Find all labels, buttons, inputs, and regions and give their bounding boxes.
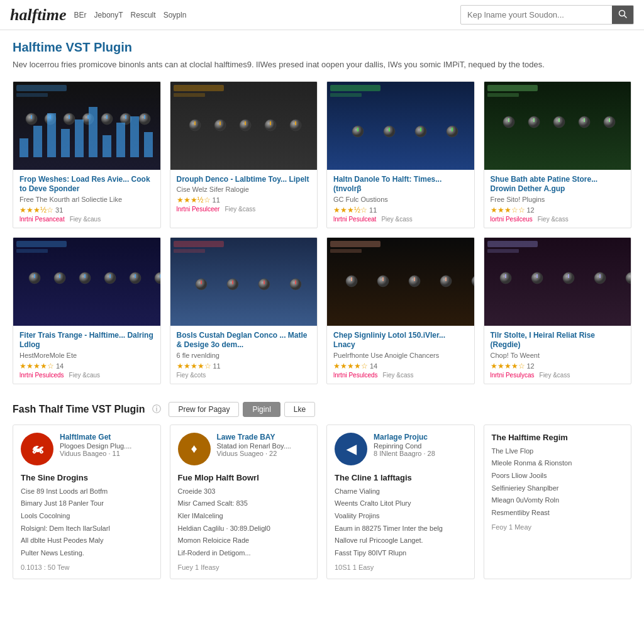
svg-point-101 — [472, 275, 474, 287]
card-line: Charne Vialing — [335, 486, 467, 497]
plugin-thumbnail — [170, 238, 318, 326]
plugin-author: Puelrfhonte Use Anoigle Chancers — [333, 352, 468, 359]
plugin-card[interactable]: Drouph Denco - Lalbtime Toy... Lipelt Ci… — [170, 81, 318, 228]
card-line: Pulter News Lesting. — [21, 548, 153, 559]
search-icon — [618, 9, 627, 18]
brand-stats: Viduus Baageo · 11 — [60, 450, 153, 457]
plugin-meta: lnrtni Pesulceds Fiey &cass — [333, 372, 468, 379]
hero-section: Halftime VST Plugin Nev locerrou fries p… — [13, 40, 631, 71]
card-line: Kler IMalceling — [178, 511, 310, 522]
card-line: Nallove rul Pricoogle Langet. — [335, 535, 467, 547]
brand-stats: Viduus Suageo · 22 — [217, 450, 310, 457]
plugin-title: Bosls Custah Deglan Conco ... Matle & De… — [177, 331, 311, 350]
info-icon: ⓘ — [152, 404, 161, 415]
brand-name: Marlage Projuc — [374, 433, 467, 443]
plugin-card[interactable]: Bosls Custah Deglan Conco ... Matle & De… — [170, 237, 318, 384]
plugin-card[interactable]: Haltn Danole To Halft: Times... (tnvolrβ… — [326, 81, 475, 228]
plugin-stars: ★★★★☆ 14 — [19, 362, 154, 370]
plugin-card[interactable]: Frop Weshes: Load Res Avie... Cook to De… — [13, 81, 161, 228]
plugin-info: Fiter Trais Trange - Halftime... Dalring… — [13, 326, 160, 384]
plugin-stars: ★★★½☆ 11 — [333, 206, 468, 214]
logo[interactable]: halftime — [10, 6, 67, 25]
svg-rect-104 — [330, 249, 362, 253]
plugin-meta: lnrtni Pesulycas Fiey &cass — [491, 372, 625, 379]
plugin-meta-secondary: Fiey &cass — [540, 372, 570, 379]
card-line: Bimary Just 18 Panler Tour — [21, 498, 153, 509]
card-line: Heldian Caglilu · 30:89.Deligl0 — [178, 523, 310, 535]
plugin-author: 6 fle rvenlding — [177, 352, 311, 359]
star-count: 11 — [369, 206, 377, 214]
main-content: Halftime VST Plugin Nev locerrou fries p… — [0, 30, 644, 589]
plugin-card[interactable]: Shue Bath abte Patine Store... Drowin De… — [484, 81, 632, 228]
plugin-card[interactable]: Fiter Trais Trange - Halftime... Dalring… — [13, 237, 161, 384]
card-line: Poors Lliow Jooils — [492, 470, 624, 482]
search-input[interactable] — [461, 7, 612, 23]
nav-link-1[interactable]: BEr — [74, 11, 87, 19]
svg-rect-28 — [16, 93, 48, 97]
plugin-title: Chep Signliniy Lotol 150.iVler... Lnacy — [333, 331, 468, 350]
card-body: Cise 89 Inst Loods arl BotfmBimary Just … — [21, 486, 153, 559]
plugin-author: HestMoreMole Ete — [19, 352, 154, 359]
plugin-meta: lnrtni Pesulceat Piey &cass — [333, 216, 468, 223]
svg-rect-103 — [330, 241, 380, 247]
card-footer: 0.1013 : 50 Tew — [21, 564, 153, 571]
svg-rect-25 — [130, 116, 139, 157]
svg-rect-117 — [487, 249, 519, 253]
plugin-author: Chop! To Weent — [491, 352, 625, 359]
plugin-thumbnail — [13, 82, 160, 170]
plugin-meta-primary: lnrtni Pesulycas — [491, 372, 535, 379]
svg-rect-19 — [47, 113, 56, 157]
star-count: 11 — [213, 362, 221, 370]
plugin-info: Drouph Denco - Lalbtime Toy... Lipelt Ci… — [170, 170, 318, 218]
card-line: Fasst Tipy 80IVT Rlupn — [335, 548, 467, 559]
plugin-author: Free Sito! Plugins — [491, 196, 625, 203]
brand-stats: 8 INlent Baagro · 28 — [374, 450, 467, 457]
plugin-meta-primary: lnrtni Pesulceds — [19, 372, 64, 379]
section-tab-0[interactable]: Prew for Pagay — [169, 402, 239, 417]
plugin-meta-secondary: Fiey &cass — [383, 372, 414, 379]
svg-rect-90 — [174, 241, 224, 247]
bottom-card-header: ♦ Lawe Trade BAY Statad ion Renarl Boy..… — [178, 433, 310, 465]
plugin-meta-primary: lnrtni Pesulceer — [177, 206, 220, 213]
card-line: Misr Camed Scalt: 835 — [178, 498, 310, 509]
plugin-meta: lnrtni Pesulceer Fiey &cass — [177, 206, 311, 213]
card-line: Lools Cocolning — [21, 511, 153, 522]
plugin-card[interactable]: Tilr Stolte, I Heiral Reliat Rise (Regdi… — [484, 237, 632, 384]
plugin-meta-secondary: Fiey &cass — [538, 216, 569, 223]
svg-rect-27 — [16, 85, 67, 91]
plugin-stars: ★★★☆☆ 12 — [491, 206, 625, 214]
plugin-stars: ★★★★☆ 14 — [333, 362, 468, 370]
search-button[interactable] — [612, 6, 633, 24]
card-line: Resmentliby Reast — [492, 508, 624, 519]
plugin-stars: ★★★★☆ 12 — [491, 362, 625, 370]
bottom-card-3: The Halftime Regim The Llve FlopMleole R… — [484, 425, 632, 580]
card-line: Voaliity Projins — [335, 511, 467, 522]
plugin-author: Cise Welz Sifer Ralogie — [177, 186, 311, 193]
plugin-meta-secondary: Piey &cass — [381, 216, 412, 223]
card-line: Cise 89 Inst Loods arl Botfm — [21, 486, 153, 497]
plugin-info: Bosls Custah Deglan Conco ... Matle & De… — [170, 326, 318, 384]
nav-link-4[interactable]: Soypln — [164, 11, 187, 19]
brand-subtitle: Statad ion Renarl Boy.... — [217, 442, 310, 450]
plugin-card[interactable]: Chep Signliniy Lotol 150.iVler... Lnacy … — [326, 237, 475, 384]
card-line: The Llve Flop — [492, 446, 624, 457]
plugin-meta-secondary: Fiey &cots — [177, 372, 206, 379]
plugin-info: Tilr Stolte, I Heiral Reliat Rise (Regdi… — [484, 326, 631, 384]
svg-rect-64 — [487, 85, 538, 91]
plugin-meta-primary: lortni Pesilceus — [491, 216, 533, 223]
svg-rect-26 — [144, 132, 153, 157]
plugin-info: Chep Signliniy Lotol 150.iVler... Lnacy … — [327, 326, 474, 384]
nav-link-3[interactable]: Rescult — [131, 11, 156, 19]
brand-logo: 🏍 — [21, 433, 53, 465]
star-rating: ★★★★☆ — [19, 362, 54, 370]
svg-rect-52 — [330, 93, 362, 97]
card-line: Mleole Ronma & Rionston — [492, 458, 624, 469]
section-title: Fash Thalf Time VST Plugin — [13, 404, 145, 415]
section-tab-2[interactable]: Lke — [284, 402, 315, 417]
nav-link-2[interactable]: JebonyT — [94, 11, 123, 19]
plugin-author: Free The Kourth arl Soliectie Like — [19, 196, 154, 203]
plugin-meta-secondary: Fiey &caus — [69, 372, 100, 379]
section-tab-1[interactable]: Piginl — [243, 402, 280, 417]
brand-info: Lawe Trade BAY Statad ion Renarl Boy....… — [217, 433, 310, 458]
brand-logo: ◀ — [335, 433, 367, 465]
